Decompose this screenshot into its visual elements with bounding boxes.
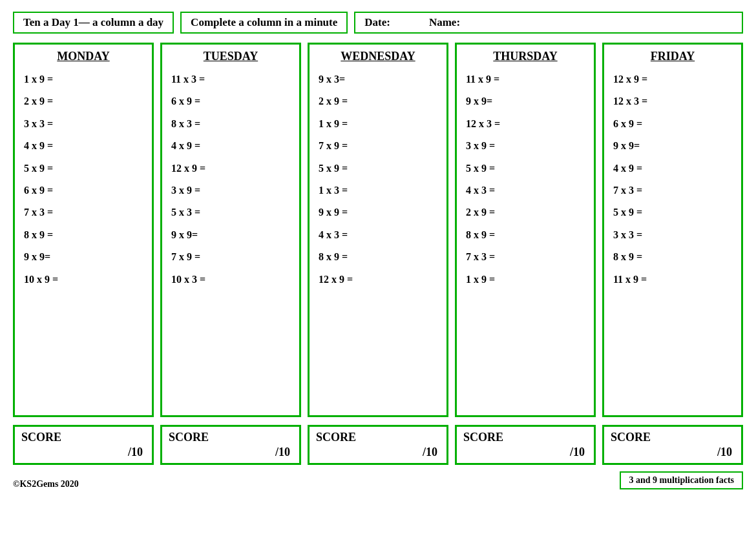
fact-item: 9 x 9= [21,246,145,268]
score-value: /10 [463,446,587,459]
day-header-tuesday: TUESDAY [169,50,293,63]
fact-item: 6 x 9 = [21,180,145,201]
score-label: SCORE [316,431,440,444]
fact-item: 10 x 3 = [169,269,293,291]
fact-item: 8 x 9 = [463,224,587,246]
fact-item: 5 x 3 = [169,201,293,223]
fact-item: 3 x 3 = [611,224,735,246]
fact-item: 3 x 3 = [21,113,145,135]
score-value: /10 [316,446,440,459]
fact-item: 11 x 9 = [463,68,587,90]
score-label: SCORE [169,431,293,444]
fact-item: 4 x 9 = [21,135,145,157]
fact-item: 4 x 9 = [169,135,293,157]
name-label: Name: [429,16,460,29]
fact-item: 9 x 3= [316,68,440,90]
fact-item: 5 x 9 = [21,158,145,180]
fact-item: 8 x 9 = [316,246,440,268]
instruction-text: Complete a column in a minute [191,16,337,28]
fact-item: 12 x 9 = [169,158,293,180]
day-col-thursday: THURSDAY11 x 9 =9 x 9=12 x 3 =3 x 9 =5 x… [455,43,596,417]
fact-item: 6 x 9 = [611,113,735,135]
day-header-friday: FRIDAY [611,50,735,63]
title-box: Ten a Day 1— a column a day [13,12,174,34]
day-header-thursday: THURSDAY [463,50,587,63]
fact-item: 7 x 3 = [21,201,145,223]
fact-item: 12 x 3 = [611,90,735,112]
score-value: /10 [21,446,145,459]
fact-item: 4 x 3 = [463,180,587,201]
title-text: Ten a Day 1— a column a day [23,16,163,28]
score-value: /10 [611,446,735,459]
footer-row: ©KS2Gems 2020 3 and 9 multiplication fac… [13,471,743,489]
copyright-text: ©KS2Gems 2020 [13,479,79,489]
day-col-friday: FRIDAY12 x 9 =12 x 3 =6 x 9 =9 x 9=4 x 9… [602,43,743,417]
score-box-friday: SCORE/10 [602,425,743,465]
fact-item: 12 x 9 = [316,269,440,291]
fact-item: 1 x 9 = [316,113,440,135]
header-row: Ten a Day 1— a column a day Complete a c… [13,12,743,34]
date-name-box: Date: Name: [354,12,743,34]
fact-item: 1 x 9 = [21,68,145,90]
fact-item: 1 x 9 = [463,269,587,291]
fact-item: 2 x 9 = [21,90,145,112]
score-label: SCORE [611,431,735,444]
fact-item: 12 x 9 = [611,68,735,90]
day-col-wednesday: WEDNESDAY9 x 3=2 x 9 =1 x 9 =7 x 9 =5 x … [308,43,448,417]
fact-item: 7 x 3 = [463,246,587,268]
score-row: SCORE/10SCORE/10SCORE/10SCORE/10SCORE/10 [13,425,743,465]
fact-item: 12 x 3 = [463,113,587,135]
fact-item: 8 x 3 = [169,113,293,135]
fact-item: 7 x 3 = [611,180,735,201]
fact-item: 5 x 9 = [611,201,735,223]
day-col-tuesday: TUESDAY11 x 3 =6 x 9 =8 x 3 =4 x 9 =12 x… [160,43,301,417]
main-grid: MONDAY1 x 9 =2 x 9 =3 x 3 =4 x 9 =5 x 9 … [13,43,743,417]
day-col-monday: MONDAY1 x 9 =2 x 9 =3 x 3 =4 x 9 =5 x 9 … [13,43,154,417]
fact-item: 6 x 9 = [169,90,293,112]
fact-item: 7 x 9 = [169,246,293,268]
fact-item: 8 x 9 = [21,224,145,246]
fact-item: 9 x 9= [611,135,735,157]
fact-item: 9 x 9= [169,224,293,246]
fact-item: 4 x 3 = [316,224,440,246]
fact-item: 11 x 9 = [611,269,735,291]
score-box-wednesday: SCORE/10 [308,425,448,465]
fact-item: 4 x 9 = [611,158,735,180]
score-box-monday: SCORE/10 [13,425,154,465]
fact-item: 9 x 9 = [316,201,440,223]
fact-item: 2 x 9 = [316,90,440,112]
facts-label-text: 3 and 9 multiplication facts [629,475,734,485]
fact-item: 1 x 3 = [316,180,440,201]
score-box-thursday: SCORE/10 [455,425,596,465]
fact-item: 8 x 9 = [611,246,735,268]
date-label: Date: [364,16,390,29]
score-box-tuesday: SCORE/10 [160,425,301,465]
score-label: SCORE [463,431,587,444]
fact-item: 3 x 9 = [463,135,587,157]
instruction-box: Complete a column in a minute [180,12,348,34]
fact-item: 11 x 3 = [169,68,293,90]
fact-item: 10 x 9 = [21,269,145,291]
fact-item: 5 x 9 = [463,158,587,180]
day-header-monday: MONDAY [21,50,145,63]
fact-item: 9 x 9= [463,90,587,112]
fact-item: 5 x 9 = [316,158,440,180]
fact-item: 3 x 9 = [169,180,293,201]
score-label: SCORE [21,431,145,444]
fact-item: 7 x 9 = [316,135,440,157]
facts-label-box: 3 and 9 multiplication facts [620,471,743,489]
day-header-wednesday: WEDNESDAY [316,50,440,63]
score-value: /10 [169,446,293,459]
fact-item: 2 x 9 = [463,201,587,223]
